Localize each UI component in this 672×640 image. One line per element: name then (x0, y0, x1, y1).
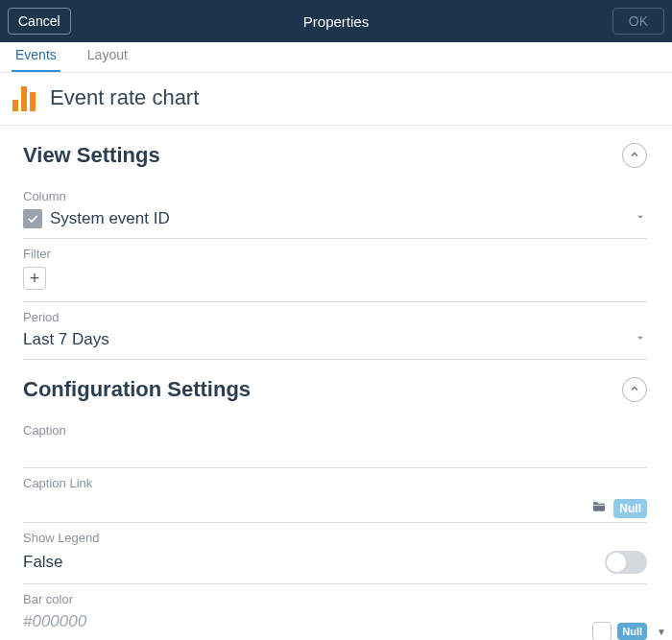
content-scroll[interactable]: View Settings Column System event ID (0, 126, 672, 638)
bottom-strip: Null ▼ (592, 623, 672, 640)
view-settings-section: View Settings Column System event ID (0, 126, 670, 360)
ok-button[interactable]: OK (612, 8, 664, 35)
caption-label: Caption (23, 423, 647, 438)
show-legend-toggle[interactable] (605, 551, 647, 574)
column-label: Column (23, 189, 647, 203)
chevron-down-icon[interactable]: ▼ (653, 627, 670, 637)
add-filter-button[interactable]: + (23, 267, 46, 290)
period-dropdown[interactable]: Last 7 Days (23, 330, 647, 360)
tab-events[interactable]: Events (12, 41, 60, 72)
caption-input[interactable] (23, 443, 647, 468)
tab-bar: Events Layout (0, 42, 672, 73)
color-swatch[interactable] (592, 622, 612, 640)
column-value: System event ID (50, 209, 170, 228)
column-field: Column System event ID (23, 181, 647, 239)
configuration-settings-section: Configuration Settings Caption Caption L… (0, 360, 670, 638)
period-label: Period (23, 310, 647, 324)
collapse-view-settings-button[interactable] (622, 143, 647, 168)
collapse-configuration-button[interactable] (622, 377, 647, 402)
check-icon (23, 209, 42, 228)
filter-label: Filter (23, 247, 647, 261)
dialog-header: Cancel Properties OK (0, 0, 672, 42)
chevron-down-icon (634, 210, 647, 227)
chevron-up-icon (629, 147, 640, 164)
page-title-row: Event rate chart (0, 73, 672, 126)
show-legend-field: Show Legend False (23, 523, 647, 584)
plus-icon: + (30, 269, 40, 289)
bar-color-value[interactable]: #000000 (23, 612, 86, 630)
caption-link-label: Caption Link (23, 476, 647, 490)
view-settings-title: View Settings (23, 143, 160, 168)
bar-color-label: Bar color (23, 592, 647, 606)
bar-color-field: Bar color #000000 (23, 584, 647, 638)
chevron-down-icon (634, 331, 647, 348)
folder-icon[interactable] (590, 499, 608, 518)
page-title: Event rate chart (50, 85, 199, 110)
filter-field: Filter + (23, 239, 647, 302)
period-value: Last 7 Days (23, 330, 109, 349)
show-legend-label: Show Legend (23, 531, 647, 545)
bar-chart-icon (8, 84, 40, 111)
tab-layout[interactable]: Layout (84, 41, 132, 72)
null-button[interactable]: Null (613, 499, 647, 518)
period-field: Period Last 7 Days (23, 302, 647, 360)
dialog-title: Properties (0, 13, 672, 30)
configuration-settings-title: Configuration Settings (23, 377, 251, 402)
chevron-up-icon (629, 381, 640, 398)
show-legend-value: False (23, 553, 63, 572)
null-button-small[interactable]: Null (617, 623, 647, 640)
caption-field: Caption (23, 415, 647, 468)
column-dropdown[interactable]: System event ID (23, 209, 647, 239)
cancel-button[interactable]: Cancel (8, 8, 71, 35)
caption-link-field: Caption Link Null (23, 468, 647, 523)
